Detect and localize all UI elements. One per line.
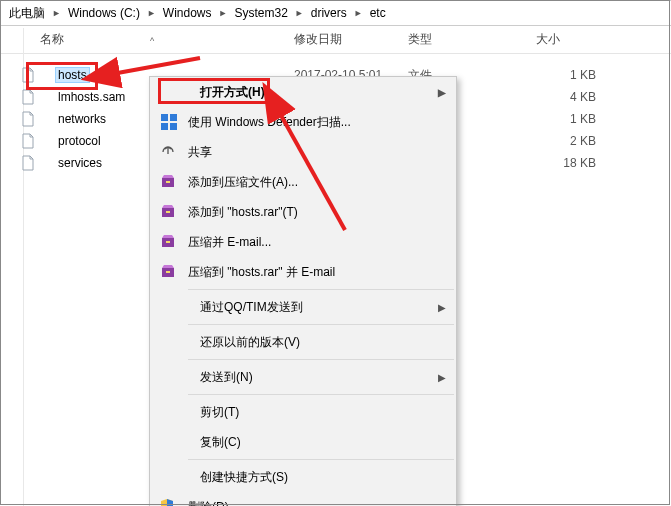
column-header-date[interactable]: 修改日期 xyxy=(294,31,342,48)
winrar-icon xyxy=(160,174,188,190)
breadcrumb-item-c[interactable]: Windows (C:) xyxy=(64,6,144,20)
winrar-icon xyxy=(160,264,188,280)
ctx-label: 发送到(N) xyxy=(200,369,456,386)
column-header-name[interactable]: 名称 xyxy=(40,31,64,48)
svg-rect-0 xyxy=(161,114,168,121)
ctx-label: 添加到压缩文件(A)... xyxy=(188,174,456,191)
file-size: 18 KB xyxy=(536,156,596,170)
share-icon xyxy=(160,144,188,160)
svg-rect-7 xyxy=(166,271,170,273)
winrar-icon xyxy=(160,204,188,220)
file-name: networks xyxy=(58,112,106,126)
ctx-copy[interactable]: 复制(C) xyxy=(150,427,456,457)
chevron-right-icon[interactable]: ► xyxy=(216,8,231,18)
ctx-send-qq-tim[interactable]: 通过QQ/TIM发送到 ▶ xyxy=(150,292,456,322)
column-header-type[interactable]: 类型 xyxy=(408,31,432,48)
shield-icon xyxy=(160,499,188,506)
chevron-right-icon[interactable]: ► xyxy=(144,8,159,18)
chevron-right-icon[interactable]: ► xyxy=(292,8,307,18)
ctx-send-to[interactable]: 发送到(N) ▶ xyxy=(150,362,456,392)
svg-rect-6 xyxy=(166,241,170,243)
file-icon xyxy=(20,133,36,149)
sort-ascending-icon: ^ xyxy=(150,36,154,46)
file-name: protocol xyxy=(58,134,101,148)
column-header-size[interactable]: 大小 xyxy=(536,31,560,48)
ctx-add-to-hosts-rar[interactable]: 添加到 "hosts.rar"(T) xyxy=(150,197,456,227)
ctx-label: 使用 Windows Defender扫描... xyxy=(188,114,456,131)
ctx-label: 还原以前的版本(V) xyxy=(200,334,456,351)
breadcrumb-item-drivers[interactable]: drivers xyxy=(307,6,351,20)
ctx-label: 通过QQ/TIM发送到 xyxy=(200,299,456,316)
ctx-cut[interactable]: 剪切(T) xyxy=(150,397,456,427)
svg-rect-1 xyxy=(170,114,177,121)
separator xyxy=(188,359,454,360)
breadcrumb-item-this-pc[interactable]: 此电脑 xyxy=(5,5,49,22)
ctx-open-with[interactable]: 打开方式(H) ▶ xyxy=(150,77,456,107)
file-icon xyxy=(20,67,36,83)
ctx-compress-hosts-email[interactable]: 压缩到 "hosts.rar" 并 E-mail xyxy=(150,257,456,287)
winrar-icon xyxy=(160,234,188,250)
file-size: 4 KB xyxy=(536,90,596,104)
ctx-share[interactable]: 共享 xyxy=(150,137,456,167)
svg-rect-5 xyxy=(166,211,170,213)
file-name: hosts xyxy=(55,67,90,83)
chevron-right-icon: ▶ xyxy=(438,372,446,383)
ctx-label: 共享 xyxy=(188,144,456,161)
file-size: 2 KB xyxy=(536,134,596,148)
defender-icon xyxy=(160,113,188,131)
svg-rect-2 xyxy=(161,123,168,130)
column-header-row: 名称 ^ 修改日期 类型 大小 xyxy=(0,26,671,54)
breadcrumb-item-windows[interactable]: Windows xyxy=(159,6,216,20)
svg-rect-4 xyxy=(166,181,170,183)
separator xyxy=(188,459,454,460)
file-icon xyxy=(20,89,36,105)
file-icon xyxy=(20,111,36,127)
file-name: lmhosts.sam xyxy=(58,90,125,104)
separator xyxy=(188,324,454,325)
ctx-label: 创建快捷方式(S) xyxy=(200,469,456,486)
file-name: services xyxy=(58,156,102,170)
chevron-right-icon: ▶ xyxy=(438,87,446,98)
file-size: 1 KB xyxy=(536,68,596,82)
separator xyxy=(188,394,454,395)
ctx-label: 压缩到 "hosts.rar" 并 E-mail xyxy=(188,264,456,281)
chevron-right-icon[interactable]: ► xyxy=(351,8,366,18)
file-icon xyxy=(20,155,36,171)
chevron-right-icon[interactable]: ► xyxy=(49,8,64,18)
file-size: 1 KB xyxy=(536,112,596,126)
context-menu: 打开方式(H) ▶ 使用 Windows Defender扫描... 共享 添加… xyxy=(149,76,457,506)
ctx-defender-scan[interactable]: 使用 Windows Defender扫描... xyxy=(150,107,456,137)
breadcrumb-item-etc[interactable]: etc xyxy=(366,6,390,20)
ctx-label: 压缩并 E-mail... xyxy=(188,234,456,251)
chevron-right-icon: ▶ xyxy=(438,302,446,313)
ctx-restore-versions[interactable]: 还原以前的版本(V) xyxy=(150,327,456,357)
breadcrumb[interactable]: 此电脑 ► Windows (C:) ► Windows ► System32 … xyxy=(0,0,671,26)
ctx-add-to-archive[interactable]: 添加到压缩文件(A)... xyxy=(150,167,456,197)
ctx-label: 剪切(T) xyxy=(200,404,456,421)
svg-rect-3 xyxy=(170,123,177,130)
ctx-create-shortcut[interactable]: 创建快捷方式(S) xyxy=(150,462,456,492)
ctx-label: 打开方式(H) xyxy=(200,84,456,101)
ctx-delete[interactable]: 删除(D) xyxy=(150,492,456,506)
ctx-label: 添加到 "hosts.rar"(T) xyxy=(188,204,456,221)
ctx-label: 删除(D) xyxy=(188,499,456,507)
breadcrumb-item-system32[interactable]: System32 xyxy=(230,6,291,20)
ctx-label: 复制(C) xyxy=(200,434,456,451)
ctx-compress-email[interactable]: 压缩并 E-mail... xyxy=(150,227,456,257)
separator xyxy=(188,289,454,290)
